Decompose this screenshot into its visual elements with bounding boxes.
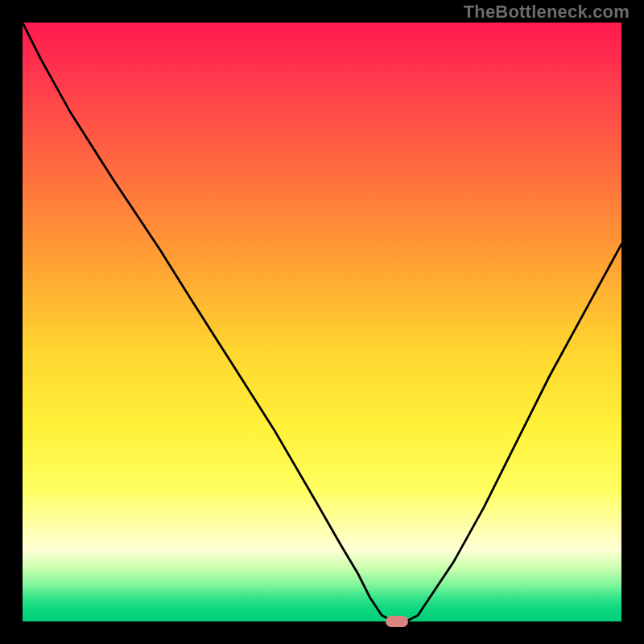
chart-container: TheBottleneck.com: [0, 0, 644, 644]
plot-area: [23, 23, 621, 621]
bottleneck-curve: [23, 23, 621, 621]
watermark-label: TheBottleneck.com: [464, 2, 630, 23]
optimal-marker: [386, 616, 408, 627]
